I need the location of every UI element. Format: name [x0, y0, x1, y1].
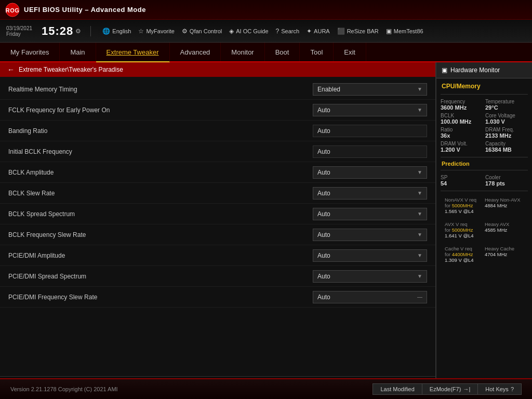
myfavorite-label: MyFavorite: [146, 28, 174, 34]
pred-divider2: [441, 191, 528, 191]
setting-row-pcie-freq-slew: PCIE/DMI Frequency Slew Rate Auto —: [0, 287, 435, 308]
temp-label: Temperature: [485, 99, 528, 104]
bclk-slew-value: Auto: [317, 190, 330, 197]
bclk-amplitude-control: Auto ▼: [313, 166, 427, 179]
back-button[interactable]: ←: [7, 65, 15, 74]
nav-memtest[interactable]: ▣ MemTest86: [386, 28, 423, 35]
banding-label: Banding Ratio: [8, 127, 313, 135]
nav-english[interactable]: 🌐 English: [102, 28, 131, 35]
dropdown-arrow-10: —: [417, 294, 422, 300]
pcie-amplitude-dropdown[interactable]: Auto ▼: [313, 249, 427, 262]
freq-cell: Frequency 3600 MHz: [441, 99, 483, 111]
capacity-value: 16384 MB: [485, 147, 528, 153]
bclk-freq-slew-dropdown[interactable]: Auto ▼: [313, 229, 427, 241]
nav-boot-label: Boot: [275, 48, 289, 56]
nav-favorites[interactable]: My Favorites: [0, 43, 60, 61]
cache-grid: Cache V req for 4400MHz 1.309 V @L4 Heav…: [441, 244, 528, 265]
aura-label: AURA: [314, 28, 330, 34]
memtest-label: MemTest86: [394, 28, 423, 34]
last-modified-button[interactable]: Last Modified: [373, 383, 422, 395]
pcie-spread-dropdown[interactable]: Auto ▼: [313, 270, 427, 283]
pcie-freq-slew-dropdown[interactable]: Auto —: [313, 291, 427, 303]
prediction-sp-grid: SP 54 Cooler 178 pts: [436, 172, 532, 189]
logo-area: ROG UEFI BIOS Utility – Advanced Mode: [5, 3, 146, 17]
ez-mode-arrow-icon: →|: [463, 386, 470, 392]
realtime-memory-dropdown[interactable]: Enabled ▼: [313, 83, 427, 96]
nonavx-volt: 1.565 V @L4: [445, 208, 484, 214]
dramfreq-value: 2133 MHz: [485, 132, 528, 139]
bclk-cell: BCLK 100.00 MHz: [441, 113, 483, 125]
banding-text[interactable]: Auto: [313, 125, 427, 137]
corevolt-cell: Core Voltage 1.030 V: [485, 113, 528, 125]
nav-extreme[interactable]: Extreme Tweaker: [96, 43, 170, 62]
pred-divider: [441, 170, 528, 170]
bclk-amplitude-dropdown[interactable]: Auto ▼: [313, 166, 427, 179]
fclk-label: FCLK Frequency for Early Power On: [8, 107, 313, 114]
nav-exit-label: Exit: [344, 48, 355, 56]
cpu-memory-grid: Frequency 3600 MHz Temperature 29°C BCLK…: [436, 97, 532, 155]
cache-for-label: for 4400MHz: [445, 251, 484, 257]
nav-advanced[interactable]: Advanced: [170, 43, 221, 61]
sp-value: 54: [441, 180, 483, 187]
dropdown-arrow-9: ▼: [417, 273, 422, 279]
realtime-memory-label: Realtime Memory Timing: [8, 86, 313, 93]
sp-label: SP: [441, 175, 483, 180]
search-label: Search: [281, 28, 299, 34]
nonavx-grid: NonAVX V req for 5000MHz 1.565 V @L4 Hea…: [441, 195, 528, 216]
realtime-memory-control: Enabled ▼: [313, 83, 427, 96]
nav-main[interactable]: Main: [60, 43, 96, 61]
initial-bclk-value: Auto: [317, 148, 330, 155]
nav-resizebar[interactable]: ⬛ ReSize BAR: [337, 28, 379, 35]
initial-bclk-label: Initial BCLK Frequency: [8, 148, 313, 155]
avx-row: AVX V req for 5000MHz 1.641 V @L4 Heavy …: [436, 218, 532, 242]
nav-monitor[interactable]: Monitor: [221, 43, 264, 61]
nav-exit[interactable]: Exit: [334, 43, 366, 61]
dramvolt-label: DRAM Volt.: [441, 141, 483, 147]
dropdown-arrow-0: ▼: [417, 86, 422, 92]
resize-icon: ⬛: [337, 28, 345, 35]
dropdown-arrow-4: ▼: [417, 169, 422, 175]
hw-monitor-title: Hardware Monitor: [450, 66, 500, 74]
svg-text:ROG: ROG: [6, 7, 20, 14]
dramfreq-label: DRAM Freq.: [485, 127, 528, 132]
ez-mode-button[interactable]: EzMode(F7) →|: [422, 383, 478, 395]
nav-myfavorite[interactable]: ☆ MyFavorite: [138, 28, 174, 35]
nav-aura[interactable]: ✦ AURA: [307, 28, 330, 35]
fclk-dropdown[interactable]: Auto ▼: [313, 104, 427, 116]
nav-qfan[interactable]: ⚙ Qfan Control: [182, 28, 222, 35]
nav-aioc[interactable]: ◈ AI OC Guide: [229, 28, 268, 35]
fclk-control: Auto ▼: [313, 104, 427, 116]
setting-row-pcie-amplitude: PCIE/DMI Amplitude Auto ▼: [0, 245, 435, 266]
setting-row-initial-bclk: Initial BCLK Frequency Auto: [0, 141, 435, 162]
nav-search[interactable]: ? Search: [276, 28, 300, 35]
app-title: UEFI BIOS Utility – Advanced Mode: [24, 6, 146, 14]
nav-boot[interactable]: Boot: [265, 43, 300, 61]
nonavx-req-label: NonAVX V req: [445, 197, 484, 203]
hot-keys-button[interactable]: Hot Keys ?: [478, 383, 522, 395]
dropdown-arrow-8: ▼: [417, 252, 422, 258]
dropdown-arrow-1: ▼: [417, 107, 422, 113]
nonavx-freq: 5000MHz: [452, 203, 473, 208]
bclk-spread-dropdown[interactable]: Auto ▼: [313, 208, 427, 220]
avx-left: AVX V req for 5000MHz 1.641 V @L4: [445, 221, 484, 238]
bclk-amplitude-label: BCLK Amplitude: [8, 169, 313, 176]
bclk-freq-slew-control: Auto ▼: [313, 229, 427, 241]
dropdown-arrow-5: ▼: [417, 190, 422, 196]
cooler-label: Cooler: [485, 175, 528, 180]
bclk-slew-dropdown[interactable]: Auto ▼: [313, 187, 427, 200]
separator: [90, 26, 91, 36]
settings-clock-icon[interactable]: ⚙: [75, 28, 81, 35]
fan-icon: ⚙: [182, 28, 188, 35]
sp-cell: SP 54: [441, 175, 483, 187]
dramvolt-value: 1.200 V: [441, 147, 483, 153]
ratio-value: 36x: [441, 132, 483, 139]
cache-row: Cache V req for 4400MHz 1.309 V @L4 Heav…: [436, 242, 532, 267]
ai-icon: ◈: [229, 28, 234, 35]
aioc-label: AI OC Guide: [236, 28, 268, 34]
day-text: Friday: [6, 31, 32, 37]
temp-cell: Temperature 29°C: [485, 99, 528, 111]
nav-tool[interactable]: Tool: [300, 43, 334, 61]
date-text: 03/19/2021: [6, 25, 32, 31]
initial-bclk-text[interactable]: Auto: [313, 145, 427, 158]
hw-monitor-header: ▣ Hardware Monitor: [436, 62, 532, 78]
